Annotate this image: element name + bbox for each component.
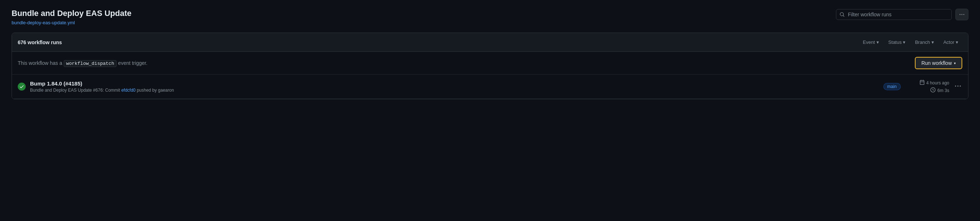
run-item: Bump 1.84.0 (#4185) Bundle and Deploy EA… bbox=[12, 75, 968, 99]
run-workflow-label: Run workflow bbox=[921, 60, 952, 66]
workflow-filename-link[interactable]: bundle-deploy-eas-update.yml bbox=[11, 20, 75, 26]
run-title-text: Bump 1.84.0 (#4185) bbox=[30, 80, 82, 86]
run-time-ago-text: 4 hours ago bbox=[926, 80, 949, 85]
svg-point-1 bbox=[961, 14, 963, 15]
event-chevron-icon: ▾ bbox=[877, 40, 879, 45]
svg-point-2 bbox=[963, 14, 964, 15]
run-status-icon bbox=[18, 83, 26, 91]
actor-chevron-icon: ▾ bbox=[956, 40, 958, 45]
run-title: Bump 1.84.0 (#4185) bbox=[30, 80, 865, 86]
svg-point-0 bbox=[959, 14, 961, 15]
branch-chevron-icon: ▾ bbox=[932, 40, 934, 45]
more-options-button[interactable] bbox=[955, 9, 969, 20]
branch-badge-container: main bbox=[869, 83, 915, 90]
success-icon bbox=[18, 83, 26, 91]
header-left: Bundle and Deploy EAS Update bundle-depl… bbox=[11, 9, 131, 26]
run-duration: 6m 3s bbox=[931, 87, 949, 93]
clock-icon bbox=[931, 87, 935, 93]
filter-input-wrapper bbox=[836, 9, 952, 20]
run-subtitle-after: pushed by gaearon bbox=[137, 88, 174, 93]
branch-badge[interactable]: main bbox=[883, 83, 901, 90]
actor-filter-label: Actor bbox=[943, 40, 954, 45]
header-right bbox=[836, 9, 969, 20]
workflow-title: Bundle and Deploy EAS Update bbox=[11, 9, 131, 18]
status-filter-button[interactable]: Status ▾ bbox=[885, 37, 910, 47]
dispatch-text: This workflow has a workflow_dispatch ev… bbox=[18, 60, 147, 66]
run-actions-button[interactable] bbox=[954, 82, 962, 92]
header: Bundle and Deploy EAS Update bundle-depl… bbox=[11, 9, 969, 26]
dispatch-text-before: This workflow has a bbox=[18, 60, 62, 66]
page-container: Bundle and Deploy EAS Update bundle-depl… bbox=[0, 0, 980, 108]
search-icon bbox=[840, 12, 845, 17]
filter-buttons: Event ▾ Status ▾ Branch ▾ Actor ▾ bbox=[859, 37, 962, 47]
status-filter-label: Status bbox=[888, 40, 902, 45]
run-workflow-button[interactable]: Run workflow ▾ bbox=[915, 57, 962, 69]
branch-filter-label: Branch bbox=[915, 40, 930, 45]
run-duration-text: 6m 3s bbox=[937, 88, 949, 93]
branch-filter-button[interactable]: Branch ▾ bbox=[911, 37, 938, 47]
content-panel: 676 workflow runs Event ▾ Status ▾ Branc… bbox=[11, 33, 969, 99]
dispatch-row: This workflow has a workflow_dispatch ev… bbox=[12, 52, 968, 75]
status-chevron-icon: ▾ bbox=[903, 40, 905, 45]
run-commit-link[interactable]: efdcfd0 bbox=[121, 88, 135, 93]
filter-input[interactable] bbox=[836, 9, 952, 20]
dispatch-code: workflow_dispatch bbox=[64, 60, 117, 67]
toolbar-row: 676 workflow runs Event ▾ Status ▾ Branc… bbox=[12, 33, 968, 52]
calendar-icon bbox=[920, 80, 924, 86]
event-filter-button[interactable]: Event ▾ bbox=[859, 37, 883, 47]
run-time-ago: 4 hours ago bbox=[920, 80, 949, 86]
run-subtitle: Bundle and Deploy EAS Update #676: Commi… bbox=[30, 88, 865, 93]
event-filter-label: Event bbox=[863, 40, 875, 45]
run-main-info: Bump 1.84.0 (#4185) Bundle and Deploy EA… bbox=[30, 80, 865, 93]
run-workflow-chevron: ▾ bbox=[954, 61, 956, 65]
run-subtitle-before: Bundle and Deploy EAS Update #676: Commi… bbox=[30, 88, 120, 93]
actor-filter-button[interactable]: Actor ▾ bbox=[939, 37, 962, 47]
dispatch-text-after: event trigger. bbox=[118, 60, 147, 66]
runs-count: 676 workflow runs bbox=[18, 40, 62, 45]
run-meta: 4 hours ago 6m 3s bbox=[920, 80, 949, 93]
